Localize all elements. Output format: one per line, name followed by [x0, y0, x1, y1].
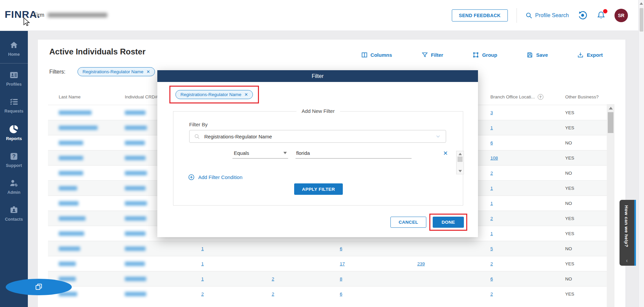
crd-redacted-link[interactable]: [125, 141, 145, 145]
branch-office-count-link[interactable]: 108: [490, 156, 498, 161]
branch-office-count-link[interactable]: 6: [490, 140, 493, 145]
branch-office-count-link[interactable]: 6: [490, 276, 493, 281]
last-name-redacted-link[interactable]: [59, 201, 78, 206]
collapse-chevron-icon[interactable]: ‹: [620, 258, 634, 264]
count-link[interactable]: 2: [272, 276, 274, 281]
last-name-redacted-link[interactable]: [59, 186, 77, 190]
count-link[interactable]: 2: [272, 292, 274, 297]
modal-title-bar[interactable]: Filter: [157, 70, 478, 82]
cancel-button[interactable]: CANCEL: [390, 217, 426, 228]
operator-select[interactable]: Equals: [232, 148, 288, 159]
admin-icon: [9, 179, 18, 188]
crd-redacted-link[interactable]: [125, 231, 146, 236]
scroll-up-arrow-icon[interactable]: [609, 107, 613, 109]
scroll-down-arrow-icon[interactable]: [459, 170, 462, 172]
sidebar-item-support[interactable]: ? Support: [0, 146, 28, 173]
branch-office-count-link[interactable]: 1: [490, 186, 493, 191]
branch-office-count-link[interactable]: 2: [490, 292, 493, 297]
browser-scrollbar[interactable]: [638, 0, 644, 307]
crd-redacted-link[interactable]: [125, 126, 147, 130]
count-link[interactable]: 2: [201, 292, 204, 297]
crd-redacted-link[interactable]: [125, 216, 146, 221]
remove-condition-icon[interactable]: ✕: [443, 150, 448, 157]
crd-redacted-link[interactable]: [125, 156, 146, 160]
condition-list-scrollbar[interactable]: [456, 151, 464, 174]
apply-filter-button[interactable]: APPLY FILTER: [294, 183, 343, 195]
notifications-bell-icon[interactable]: [596, 10, 606, 20]
col-header-other-business[interactable]: Other Business?: [554, 94, 607, 99]
modal-chip-remove-icon[interactable]: ✕: [245, 92, 248, 97]
add-filter-condition-link[interactable]: Add Filter Condition: [188, 174, 243, 180]
recently-viewed-icon[interactable]: [578, 10, 588, 20]
sidebar-item-admin[interactable]: Admin: [0, 173, 28, 200]
last-name-redacted-link[interactable]: [59, 156, 83, 160]
other-business-value: YES: [565, 292, 574, 297]
multi-window-button[interactable]: [6, 279, 72, 295]
crd-redacted-link[interactable]: [125, 247, 146, 251]
sidebar-item-contacts[interactable]: Contacts: [0, 200, 28, 227]
scrollbar-thumb[interactable]: [640, 8, 643, 32]
scroll-up-arrow-icon[interactable]: [640, 2, 643, 5]
col-header-last-name[interactable]: Last Name: [48, 94, 114, 99]
branch-office-count-link[interactable]: 1: [490, 231, 493, 236]
modal-filter-chip[interactable]: Registrations-Regulator Name ✕: [175, 90, 253, 99]
last-name-redacted-link[interactable]: [59, 126, 98, 130]
profile-search-link[interactable]: Profile Search: [526, 12, 569, 19]
crd-redacted-link[interactable]: [125, 186, 146, 190]
send-feedback-button[interactable]: SEND FEEDBACK: [452, 9, 507, 21]
scroll-up-arrow-icon[interactable]: [459, 153, 462, 155]
table-scrollbar[interactable]: [607, 104, 614, 307]
count-link[interactable]: 1: [201, 261, 204, 266]
filter-chip[interactable]: Registrations-Regulator Name ✕: [77, 67, 155, 76]
last-name-redacted-link[interactable]: [59, 231, 84, 236]
crd-redacted-link[interactable]: [125, 262, 145, 266]
last-name-redacted-link[interactable]: [59, 247, 80, 251]
chip-remove-icon[interactable]: ✕: [147, 69, 150, 74]
operator-value: Equals: [234, 150, 249, 156]
save-button[interactable]: Save: [527, 52, 548, 58]
last-name-redacted-link[interactable]: [59, 216, 86, 221]
count-link[interactable]: 1: [201, 246, 204, 251]
last-name-redacted-link[interactable]: [59, 111, 92, 115]
group-button[interactable]: Group: [473, 52, 497, 58]
last-name-redacted-link[interactable]: [59, 171, 83, 175]
sidebar-item-home[interactable]: Home: [0, 35, 28, 62]
filter-by-select[interactable]: Registrations-Regulator Name: [189, 130, 446, 143]
last-name-redacted-link[interactable]: [59, 141, 83, 145]
filter-button[interactable]: Filter: [422, 52, 443, 58]
scrollbar-thumb[interactable]: [608, 112, 613, 133]
count-link[interactable]: 8: [340, 276, 342, 281]
done-button[interactable]: DONE: [433, 217, 464, 228]
last-name-redacted-link[interactable]: [59, 262, 76, 266]
columns-button[interactable]: Columns: [361, 52, 392, 58]
condition-value-input[interactable]: [296, 148, 412, 159]
crd-redacted-link[interactable]: [125, 292, 146, 296]
sidebar-item-reports[interactable]: Reports: [0, 119, 28, 146]
branch-office-count-link[interactable]: 5: [490, 246, 493, 251]
help-icon[interactable]: ?: [538, 94, 543, 100]
scrollbar-thumb[interactable]: [458, 157, 463, 162]
export-button[interactable]: Export: [577, 52, 603, 58]
help-tab[interactable]: How can we help? ‹: [620, 200, 636, 266]
sidebar-item-requests[interactable]: Requests: [0, 92, 28, 119]
branch-office-count-link[interactable]: 2: [490, 261, 493, 266]
count-link[interactable]: 6: [340, 246, 342, 251]
branch-office-count-link[interactable]: 3: [490, 110, 493, 115]
branch-office-count-link[interactable]: 2: [490, 216, 493, 221]
last-name-redacted-link[interactable]: [59, 277, 76, 281]
col-header-branch-office[interactable]: Branch Office Locati... ?: [480, 94, 554, 100]
crd-redacted-link[interactable]: [125, 171, 147, 175]
count-link[interactable]: 17: [340, 261, 345, 266]
avatar[interactable]: SR: [614, 9, 628, 22]
sidebar-item-profiles[interactable]: Profiles: [0, 65, 28, 92]
count-link[interactable]: 1: [201, 276, 204, 281]
branch-office-count-link[interactable]: 1: [490, 125, 493, 130]
branch-office-count-link[interactable]: 2: [490, 171, 493, 176]
count-link[interactable]: 239: [417, 261, 425, 266]
crd-redacted-link[interactable]: [125, 277, 146, 281]
other-business-value: YES: [565, 261, 574, 266]
crd-redacted-link[interactable]: [125, 201, 147, 206]
crd-redacted-link[interactable]: [125, 111, 146, 115]
branch-office-count-link[interactable]: 1: [490, 201, 493, 206]
count-link[interactable]: 6: [340, 292, 342, 297]
